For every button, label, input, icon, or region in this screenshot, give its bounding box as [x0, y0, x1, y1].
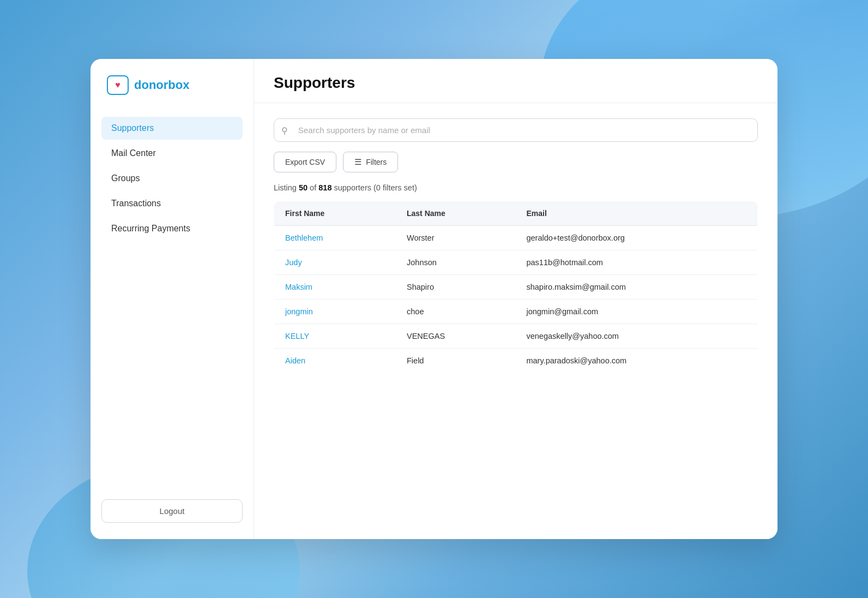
search-container: ⚲ — [274, 118, 758, 142]
sidebar: donorbox SupportersMail CenterGroupsTran… — [91, 59, 254, 539]
supporter-email: venegaskelly@yahoo.com — [515, 324, 757, 349]
sidebar-item-mail-center[interactable]: Mail Center — [101, 142, 243, 165]
action-row: Export CSV ☰ Filters — [274, 152, 758, 172]
table-row: KELLYVENEGASvenegaskelly@yahoo.com — [274, 324, 758, 349]
supporter-last-name: Field — [396, 349, 515, 373]
logo-icon — [107, 75, 129, 95]
supporter-email: geraldo+test@donorbox.org — [515, 226, 757, 250]
supporter-first-name[interactable]: Judy — [274, 250, 396, 275]
table-row: BethlehemWorstergeraldo+test@donorbox.or… — [274, 226, 758, 250]
sidebar-item-recurring-payments[interactable]: Recurring Payments — [101, 217, 243, 240]
sidebar-item-transactions[interactable]: Transactions — [101, 192, 243, 215]
table-row: AidenFieldmary.paradoski@yahoo.com — [274, 349, 758, 373]
supporter-email: mary.paradoski@yahoo.com — [515, 349, 757, 373]
table-col-email: Email — [515, 201, 757, 226]
logo-area: donorbox — [101, 75, 243, 95]
listing-count: 50 — [299, 183, 308, 192]
logout-button[interactable]: Logout — [101, 499, 243, 523]
search-input[interactable] — [274, 118, 758, 142]
table-header-row: First NameLast NameEmail — [274, 201, 758, 226]
page-title: Supporters — [274, 74, 758, 92]
supporter-first-name[interactable]: Maksim — [274, 275, 396, 300]
supporter-first-name[interactable]: Bethlehem — [274, 226, 396, 250]
supporter-last-name: Johnson — [396, 250, 515, 275]
main-content: Supporters ⚲ Export CSV ☰ Filters Listin… — [254, 59, 777, 539]
sidebar-item-groups[interactable]: Groups — [101, 167, 243, 190]
supporter-last-name: choe — [396, 300, 515, 324]
listing-info: Listing 50 of 818 supporters (0 filters … — [274, 183, 758, 192]
filters-label: Filters — [366, 158, 387, 166]
supporter-first-name[interactable]: KELLY — [274, 324, 396, 349]
filters-button[interactable]: ☰ Filters — [343, 152, 398, 172]
table-col-first-name: First Name — [274, 201, 396, 226]
table-header: First NameLast NameEmail — [274, 201, 758, 226]
search-icon: ⚲ — [281, 125, 288, 135]
listing-total: 818 — [318, 183, 331, 192]
supporter-email: jongmin@gmail.com — [515, 300, 757, 324]
table-row: MaksimShapiroshapiro.maksim@gmail.com — [274, 275, 758, 300]
sidebar-item-supporters[interactable]: Supporters — [101, 117, 243, 140]
nav-menu: SupportersMail CenterGroupsTransactionsR… — [101, 117, 243, 499]
supporter-first-name[interactable]: Aiden — [274, 349, 396, 373]
supporter-first-name-link[interactable]: Judy — [285, 258, 302, 267]
table-body: BethlehemWorstergeraldo+test@donorbox.or… — [274, 226, 758, 373]
supporter-first-name-link[interactable]: Maksim — [285, 283, 312, 291]
export-csv-button[interactable]: Export CSV — [274, 152, 336, 172]
page-header: Supporters — [254, 59, 777, 103]
table-row: jongminchoejongmin@gmail.com — [274, 300, 758, 324]
logo-text: donorbox — [134, 78, 189, 92]
table-col-last-name: Last Name — [396, 201, 515, 226]
supporters-table: First NameLast NameEmail BethlehemWorste… — [274, 201, 758, 373]
supporter-last-name: Worster — [396, 226, 515, 250]
table-row: JudyJohnsonpas11b@hotmail.com — [274, 250, 758, 275]
app-container: donorbox SupportersMail CenterGroupsTran… — [91, 59, 777, 539]
supporter-email: pas11b@hotmail.com — [515, 250, 757, 275]
supporter-first-name-link[interactable]: jongmin — [285, 307, 313, 316]
filter-icon: ☰ — [354, 157, 361, 167]
supporter-first-name-link[interactable]: KELLY — [285, 332, 309, 340]
supporter-first-name[interactable]: jongmin — [274, 300, 396, 324]
supporter-email: shapiro.maksim@gmail.com — [515, 275, 757, 300]
content-body: ⚲ Export CSV ☰ Filters Listing 50 of 818… — [254, 103, 777, 539]
supporter-first-name-link[interactable]: Aiden — [285, 356, 305, 365]
supporter-first-name-link[interactable]: Bethlehem — [285, 234, 323, 242]
supporter-last-name: VENEGAS — [396, 324, 515, 349]
supporter-last-name: Shapiro — [396, 275, 515, 300]
